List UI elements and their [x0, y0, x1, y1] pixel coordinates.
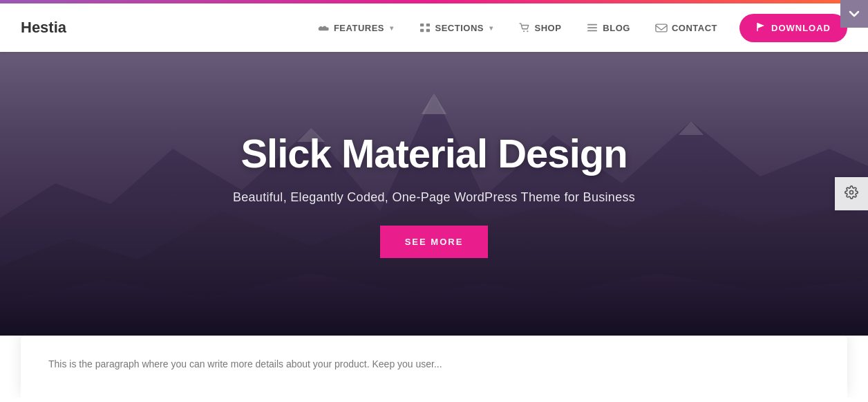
svg-point-5: [527, 30, 528, 32]
nav-item-shop[interactable]: SHOP: [509, 17, 572, 39]
bottom-card-text: This is the paragraph where you can writ…: [48, 356, 820, 372]
nav-item-features[interactable]: FEATURES ▾: [308, 17, 404, 39]
svg-rect-8: [587, 30, 597, 32]
download-button[interactable]: DOWNLOAD: [739, 14, 847, 42]
svg-rect-3: [426, 29, 429, 32]
brand-logo[interactable]: Hestia: [21, 19, 66, 37]
see-more-button[interactable]: SEE MORE: [380, 226, 489, 258]
svg-marker-10: [757, 23, 764, 28]
grid-icon: [419, 23, 431, 33]
svg-rect-2: [420, 29, 424, 32]
gear-icon: [845, 185, 858, 202]
chevron-down-icon: [849, 8, 860, 19]
nav-blog-label: BLOG: [603, 23, 630, 33]
svg-rect-9: [656, 24, 667, 32]
hero-title: Slick Material Design: [240, 130, 627, 176]
svg-rect-6: [587, 24, 597, 26]
hero-subtitle: Beautiful, Elegantly Coded, One-Page Wor…: [233, 190, 635, 205]
svg-rect-0: [420, 24, 424, 26]
collapse-button[interactable]: [840, 0, 868, 28]
settings-float-button[interactable]: [835, 177, 868, 210]
cloud-icon: [317, 23, 330, 33]
hero-section: Slick Material Design Beautiful, Elegant…: [0, 52, 868, 336]
nav-contact-label: CONTACT: [672, 23, 717, 33]
cart-icon: [518, 23, 531, 33]
nav-sections-label: SECTIONS: [435, 23, 484, 33]
download-label: DOWNLOAD: [771, 23, 831, 33]
list-icon: [586, 23, 598, 33]
nav-links: FEATURES ▾ SECTIONS ▾: [308, 14, 847, 42]
features-chevron: ▾: [390, 24, 394, 32]
svg-rect-1: [426, 24, 429, 26]
svg-point-4: [523, 30, 525, 32]
nav-features-label: FEATURES: [334, 23, 384, 33]
navbar: Hestia FEATURES ▾ SECTIONS ▾: [0, 3, 868, 52]
bottom-card: This is the paragraph where you can writ…: [21, 336, 847, 398]
nav-item-blog[interactable]: BLOG: [576, 17, 640, 39]
flag-icon: [756, 22, 766, 34]
nav-item-sections[interactable]: SECTIONS ▾: [409, 17, 503, 39]
mail-icon: [655, 23, 668, 33]
sections-chevron: ▾: [489, 24, 493, 32]
svg-rect-7: [587, 27, 597, 28]
nav-shop-label: SHOP: [535, 23, 562, 33]
hero-content: Slick Material Design Beautiful, Elegant…: [233, 130, 635, 258]
nav-item-contact[interactable]: CONTACT: [645, 17, 727, 39]
